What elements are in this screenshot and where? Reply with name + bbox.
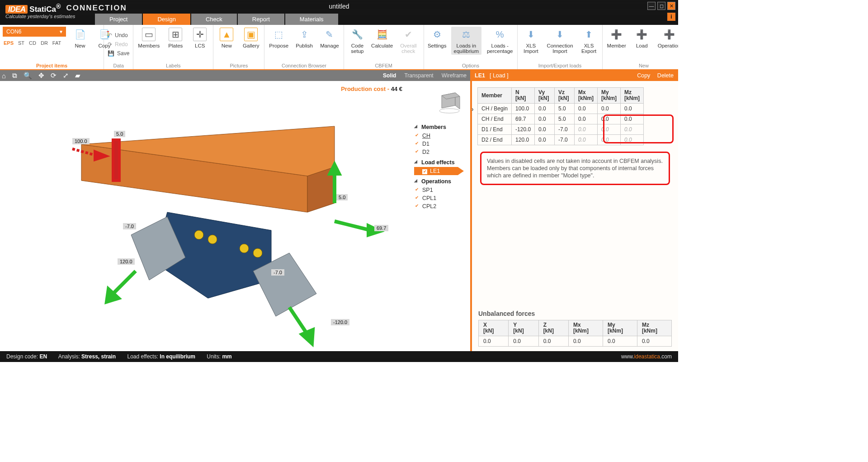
orientation-cube[interactable]: [435, 87, 462, 114]
new-operation-button[interactable]: ➕Operation: [656, 27, 678, 49]
filter-st[interactable]: ST: [18, 40, 24, 46]
check-icon: ✔: [401, 28, 415, 41]
group-project-items-label: Project items: [36, 63, 67, 68]
group-options-label: Options: [462, 63, 479, 68]
manage-button[interactable]: ✎Manage: [318, 27, 341, 49]
rotate-icon[interactable]: ⟳: [51, 71, 57, 80]
xls-import-button[interactable]: ⬇XLS Import: [520, 27, 541, 55]
tree-item-cpl1[interactable]: CPL1: [414, 194, 464, 202]
image-new-icon: ▲: [220, 28, 233, 41]
tree-item-ch[interactable]: CH: [414, 132, 464, 140]
svg-point-10: [240, 244, 249, 253]
group-pictures: ▲New ▣Gallery Pictures: [213, 25, 264, 69]
publish-button[interactable]: ⇪Publish: [294, 27, 315, 49]
group-labels: ▭Members ⊞Plates ✛LCS Labels: [133, 25, 213, 69]
load-panel-header: LE1[ Load ] Copy Delete: [470, 70, 678, 81]
group-new: ➕Member ➕Load ➕Operation New: [603, 25, 678, 69]
save-icon: 💾: [108, 50, 114, 57]
calculate-button[interactable]: 🧮Calculate: [372, 27, 392, 49]
group-pictures-label: Pictures: [230, 63, 248, 68]
filter-cd[interactable]: CD: [29, 40, 36, 46]
new-load-button[interactable]: ➕Load: [632, 27, 652, 49]
wrench-icon: 🔧: [350, 28, 364, 41]
home-view-icon[interactable]: ⌂: [2, 72, 6, 80]
tree-item-cpl2[interactable]: CPL2: [414, 202, 464, 210]
load-code: LE1: [475, 72, 485, 79]
pan-icon[interactable]: ✥: [38, 71, 44, 80]
logo-statica: StatiCa: [29, 5, 56, 14]
vendor-url[interactable]: ideastatica: [634, 353, 660, 360]
zoom-window-icon[interactable]: ⧉: [12, 71, 17, 80]
view-solid[interactable]: Solid: [383, 72, 396, 79]
info-button[interactable]: i: [667, 13, 675, 21]
view-transparent[interactable]: Transparent: [404, 72, 433, 79]
production-cost: Production cost - 44 €: [341, 86, 402, 92]
svg-point-3: [439, 109, 459, 113]
maximize-button[interactable]: ◻: [657, 2, 665, 10]
tree-item-sp1[interactable]: SP1: [414, 186, 464, 194]
tree-loadeffects-header[interactable]: Load effects: [414, 158, 464, 167]
lcs-icon: ✛: [193, 28, 207, 41]
connection-selector[interactable]: CON6 ▾: [3, 27, 66, 37]
members-label-button[interactable]: ▭Members: [136, 27, 161, 49]
new-member-button[interactable]: ➕Member: [605, 27, 628, 49]
connection-selector-value: CON6: [6, 29, 21, 35]
model-canvas[interactable]: Production cost - 44 €: [0, 81, 470, 351]
group-browser-label: Connection Browser: [282, 63, 326, 68]
close-button[interactable]: ✕: [667, 2, 675, 10]
tab-materials[interactable]: Materials: [285, 14, 338, 25]
conn-import-icon: ⬇: [553, 28, 566, 41]
redo-button[interactable]: ↷Redo: [107, 41, 129, 48]
tree-item-d1[interactable]: D1: [414, 140, 464, 148]
info-note: Values in disabled cells are not taken i…: [480, 152, 670, 185]
propose-button[interactable]: ⬚Propose: [267, 27, 290, 49]
logo-reg: ®: [56, 3, 61, 10]
tree-members-header[interactable]: Members: [414, 123, 464, 132]
load-delete-button[interactable]: Delete: [657, 72, 674, 79]
picture-new-button[interactable]: ▲New: [216, 27, 237, 49]
tab-report[interactable]: Report: [238, 14, 284, 25]
gallery-icon: ▣: [244, 28, 258, 41]
minimize-button[interactable]: —: [647, 2, 656, 10]
ribbon: CON6 ▾ EPS ST CD DR FAT 📄 New 📑 Copy: [0, 25, 678, 70]
settings-button[interactable]: ⚙Settings: [427, 27, 448, 49]
svg-point-8: [194, 230, 203, 239]
filter-eps[interactable]: EPS: [4, 40, 14, 46]
lcs-label-button[interactable]: ✛LCS: [189, 27, 210, 49]
overall-check-button[interactable]: ✔Overall check: [396, 27, 421, 55]
group-browser: ⬚Propose ⇪Publish ✎Manage Connection Bro…: [264, 25, 344, 69]
filter-dr[interactable]: DR: [41, 40, 48, 46]
fit-icon[interactable]: ⤢: [63, 71, 69, 80]
members-icon: ▭: [142, 28, 156, 41]
zoom-icon[interactable]: 🔍: [24, 71, 32, 80]
svg-line-16: [335, 221, 371, 230]
group-import-export-label: Import/Export loads: [538, 63, 581, 68]
calculate-icon: 🧮: [375, 28, 389, 41]
production-cost-label: Production cost -: [341, 86, 389, 92]
unbalanced-table: X[kN]Y[kN]Z[kN]Mx[kNm]My[kNm]Mz[kNm] 0.0…: [478, 320, 672, 347]
group-project-items: CON6 ▾ EPS ST CD DR FAT 📄 New 📑 Copy: [0, 25, 104, 69]
load-copy-button[interactable]: Copy: [637, 72, 650, 79]
loads-equilibrium-button[interactable]: ⚖Loads in equilibrium: [451, 27, 481, 55]
plates-label-button[interactable]: ⊞Plates: [165, 27, 186, 49]
xls-export-button[interactable]: ⬆XLS Export: [579, 27, 599, 55]
view-wireframe[interactable]: Wireframe: [442, 72, 467, 79]
tree-item-d2[interactable]: D2: [414, 148, 464, 156]
code-setup-button[interactable]: 🔧Code setup: [347, 27, 368, 55]
load-panel: MemberN[kN]Vy[kN]Vz[kN]Mx[kNm]My[kNm]Mz[…: [470, 81, 678, 351]
tab-design[interactable]: Design: [143, 14, 190, 25]
tree-operations-header[interactable]: Operations: [414, 177, 464, 186]
save-button[interactable]: 💾Save: [107, 50, 130, 57]
loads-percentage-button[interactable]: %Loads - percentage: [485, 27, 514, 55]
connection-import-button[interactable]: ⬇Connection Import: [545, 27, 575, 55]
production-cost-value: 44 €: [391, 86, 402, 92]
filter-fat[interactable]: FAT: [52, 40, 61, 46]
picture-gallery-button[interactable]: ▣Gallery: [241, 27, 261, 49]
undo-button[interactable]: ↶Undo: [107, 32, 129, 39]
shade-icon[interactable]: ▰: [75, 71, 80, 80]
tab-project[interactable]: Project: [95, 14, 142, 25]
new-item-button[interactable]: 📄 New: [70, 27, 90, 49]
tree-item-le1[interactable]: ✔LE1: [414, 167, 464, 175]
load-table[interactable]: MemberN[kN]Vy[kN]Vz[kN]Mx[kNm]My[kNm]Mz[…: [477, 87, 644, 145]
tab-check[interactable]: Check: [191, 14, 237, 25]
